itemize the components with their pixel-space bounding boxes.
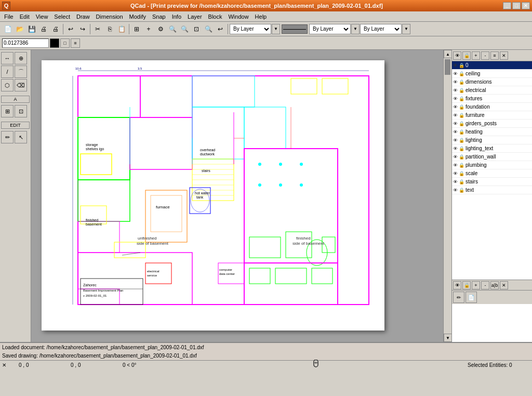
layer-settings-btn[interactable]: ≡: [490, 51, 499, 60]
zoom-in-button[interactable]: 🔍: [167, 23, 178, 35]
copy-button[interactable]: ⎘: [104, 23, 115, 35]
layer-girders[interactable]: 👁 🔒 girders_posts: [452, 120, 532, 128]
layer-dimensions[interactable]: 👁 🔒 dimensions: [452, 78, 532, 86]
color-combo[interactable]: By Layer ▼: [360, 24, 410, 34]
print-button[interactable]: 🖨: [38, 23, 49, 35]
edit-tool[interactable]: ✏: [1, 131, 14, 143]
layer-lighting[interactable]: 👁 🔒 lighting: [452, 136, 532, 144]
svg-text:electrical: electrical: [147, 270, 159, 273]
coordinate-input[interactable]: [2, 38, 49, 48]
scroll-down-btn[interactable]: ▼: [444, 334, 451, 342]
text-tool[interactable]: A: [1, 96, 30, 103]
layer-close-btn[interactable]: ✕: [500, 51, 508, 60]
menu-dimension[interactable]: Dimension: [93, 12, 126, 21]
linetype-select[interactable]: By Layer: [230, 24, 271, 34]
zoom-fit-button[interactable]: ⊡: [191, 23, 202, 35]
block-remove-btn[interactable]: -: [481, 281, 489, 289]
layer-list[interactable]: 👁 🔒 0 👁 🔒 ceiling 👁 🔒 dimensions 👁 🔒: [452, 61, 532, 280]
undo-button[interactable]: ↩: [65, 23, 76, 35]
lineweight-arrow[interactable]: ▼: [351, 24, 360, 34]
linetype-combo[interactable]: By Layer ▼: [230, 24, 280, 34]
erase-tool[interactable]: ⌫: [15, 79, 27, 91]
move-tool[interactable]: ↔: [1, 52, 14, 64]
menu-view[interactable]: View: [33, 12, 51, 21]
block-lock-btn[interactable]: 🔒: [462, 281, 471, 289]
menu-file[interactable]: File: [1, 12, 17, 21]
lineweight-combo[interactable]: By Layer ▼: [309, 24, 360, 34]
edit-label[interactable]: EDIT: [1, 122, 30, 129]
layer-foundation[interactable]: 👁 🔒 foundation: [452, 103, 532, 111]
menu-window[interactable]: Window: [225, 12, 251, 21]
layer-ceiling[interactable]: 👁 🔒 ceiling: [452, 70, 532, 78]
linetype-arrow[interactable]: ▼: [272, 24, 280, 34]
cut-button[interactable]: ✂: [92, 23, 103, 35]
pencil-icon-btn[interactable]: ✏: [453, 292, 464, 303]
arc-tool[interactable]: ⌒: [15, 65, 27, 78]
toolbar-sep2: [90, 24, 90, 34]
canvas-vscrollbar[interactable]: ▲ ▼: [443, 50, 451, 342]
block-add-btn[interactable]: +: [472, 281, 480, 289]
close-button[interactable]: ✕: [522, 2, 530, 9]
menu-info[interactable]: Info: [169, 12, 184, 21]
menu-select[interactable]: Select: [51, 12, 73, 21]
menu-modify[interactable]: Modify: [126, 12, 149, 21]
maximize-button[interactable]: □: [512, 2, 521, 9]
save-button[interactable]: 💾: [26, 23, 37, 35]
layer-btn-small[interactable]: □: [60, 38, 70, 48]
layer-electrical[interactable]: 👁 🔒 electrical: [452, 86, 532, 95]
menu-block[interactable]: Block: [205, 12, 225, 21]
doc-icon-btn[interactable]: 📄: [466, 292, 477, 303]
close-status-btn[interactable]: ✕: [2, 362, 6, 368]
canvas-area[interactable]: storage shelves igo finished basement fu…: [31, 50, 451, 342]
snap-button[interactable]: ⚙: [155, 23, 166, 35]
minimize-button[interactable]: _: [503, 2, 511, 9]
settings-btn-small[interactable]: ≡: [71, 38, 80, 48]
new-button[interactable]: 📄: [2, 23, 14, 35]
menu-snap[interactable]: Snap: [149, 12, 169, 21]
color-swatch[interactable]: [50, 38, 59, 48]
layer-0[interactable]: 👁 🔒 0: [452, 61, 532, 70]
line-tool[interactable]: /: [1, 65, 14, 78]
menu-edit[interactable]: Edit: [17, 12, 33, 21]
measure-tool[interactable]: ⊡: [15, 105, 27, 117]
layer-remove-btn[interactable]: -: [481, 51, 489, 60]
menu-help[interactable]: Help: [252, 12, 270, 21]
layer-eye-btn[interactable]: 👁: [453, 51, 461, 60]
color-arrow[interactable]: ▼: [402, 24, 410, 34]
layer-furniture[interactable]: 👁 🔒 furniture: [452, 111, 532, 120]
layer-scale[interactable]: 👁 🔒 scale: [452, 169, 532, 178]
poly-tool[interactable]: ⬡: [1, 79, 14, 91]
paste-button[interactable]: 📋: [116, 23, 127, 35]
pick-button[interactable]: +: [143, 23, 154, 35]
select-tool[interactable]: ↖: [15, 131, 27, 143]
layer-dimensions-name: dimensions: [466, 79, 492, 85]
open-button[interactable]: 📂: [14, 23, 25, 35]
layer-plumbing[interactable]: 👁 🔒 plumbing: [452, 161, 532, 169]
snap-tool[interactable]: ⊕: [15, 52, 27, 64]
layer-partition[interactable]: 👁 🔒 partition_wall: [452, 153, 532, 161]
grid-button[interactable]: ⊞: [131, 23, 142, 35]
zoom-select-button[interactable]: 🔍: [203, 23, 214, 35]
zoom-out-button[interactable]: 🔍: [179, 23, 190, 35]
print-preview-button[interactable]: 🖨: [50, 23, 61, 35]
layer-add-btn[interactable]: +: [472, 51, 480, 60]
layer-heating[interactable]: 👁 🔒 heating: [452, 128, 532, 136]
layer-lighting-text[interactable]: 👁 🔒 lighting_text: [452, 144, 532, 153]
layer-lock-btn[interactable]: 🔒: [462, 51, 471, 60]
zoom-prev-button[interactable]: ↩: [215, 23, 226, 35]
block-eye-btn[interactable]: 👁: [453, 281, 461, 289]
mouse-icon: [175, 360, 457, 370]
block-text-btn[interactable]: a|b: [490, 281, 499, 289]
color-select[interactable]: By Layer: [360, 24, 402, 34]
redo-button[interactable]: ↪: [77, 23, 88, 35]
layer-text[interactable]: 👁 🔒 text: [452, 186, 532, 194]
hatch-tool[interactable]: ⊞: [1, 105, 14, 117]
layer-stairs[interactable]: 👁 🔒 stairs: [452, 178, 532, 186]
layer-fixtures[interactable]: 👁 🔒 fixtures: [452, 95, 532, 103]
scroll-up-btn[interactable]: ▲: [444, 50, 451, 58]
block-close-btn[interactable]: ✕: [500, 281, 508, 289]
menu-layer[interactable]: Layer: [184, 12, 205, 21]
lineweight-select[interactable]: By Layer: [309, 24, 351, 34]
menu-draw[interactable]: Draw: [73, 12, 93, 21]
scroll-track-v[interactable]: [444, 58, 451, 334]
